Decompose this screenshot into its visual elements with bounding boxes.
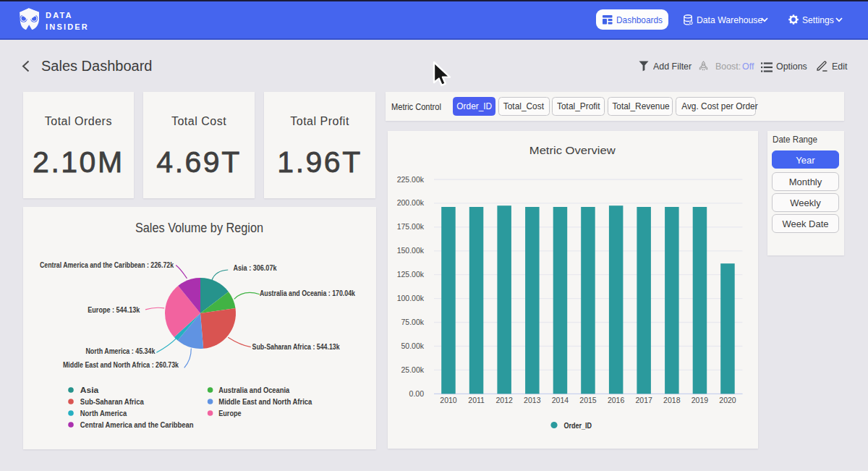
svg-text:North America: North America: [80, 409, 127, 417]
svg-text:2010: 2010: [440, 396, 457, 404]
svg-text:2018: 2018: [663, 396, 681, 404]
svg-text:2017: 2017: [636, 396, 653, 404]
svg-text:225.00k: 225.00k: [397, 175, 425, 184]
svg-text:25.00k: 25.00k: [401, 365, 424, 374]
svg-text:Middle East and North Africa: Middle East and North Africa: [218, 397, 312, 406]
svg-text:2014: 2014: [552, 396, 569, 404]
svg-text:2016: 2016: [608, 396, 625, 404]
svg-text:Middle East and North Africa :: Middle East and North Africa : 260.73k: [63, 360, 179, 369]
svg-text:50.00k: 50.00k: [401, 341, 424, 350]
svg-text:Metric Overview: Metric Overview: [529, 144, 616, 156]
svg-text:Asia: Asia: [80, 386, 98, 394]
svg-text:Sub-Saharan Africa: Sub-Saharan Africa: [80, 397, 144, 406]
svg-text:200.00k: 200.00k: [397, 198, 425, 207]
svg-text:North America : 45.34k: North America : 45.34k: [85, 347, 156, 355]
svg-text:0.00: 0.00: [409, 389, 425, 398]
svg-text:125.00k: 125.00k: [397, 270, 425, 279]
svg-text:150.00k: 150.00k: [397, 246, 425, 255]
svg-text:100.00k: 100.00k: [397, 294, 425, 302]
svg-text:Australia and Oceania: Australia and Oceania: [218, 386, 290, 394]
svg-text:2020: 2020: [719, 396, 736, 404]
svg-text:2015: 2015: [579, 396, 597, 404]
svg-text:Central America and the Caribb: Central America and the Caribbean : 226.…: [40, 260, 174, 269]
svg-text:Asia : 306.07k: Asia : 306.07k: [233, 263, 277, 272]
svg-text:2019: 2019: [692, 396, 709, 404]
svg-text:175.00k: 175.00k: [397, 222, 425, 231]
svg-text:Sub-Saharan Africa : 544.13k: Sub-Saharan Africa : 544.13k: [252, 342, 340, 351]
svg-text:2011: 2011: [468, 396, 485, 404]
svg-text:Order_ID: Order_ID: [564, 421, 592, 430]
svg-text:2012: 2012: [496, 396, 514, 404]
svg-text:Australia and Oceania : 170.04: Australia and Oceania : 170.04k: [260, 289, 356, 297]
svg-text:2013: 2013: [524, 396, 541, 404]
svg-text:Sales Volume by Region: Sales Volume by Region: [135, 221, 263, 235]
svg-text:75.00k: 75.00k: [401, 318, 424, 326]
svg-text:Central America and the Caribb: Central America and the Caribbean: [80, 420, 193, 429]
svg-text:Europe : 544.13k: Europe : 544.13k: [88, 305, 140, 314]
svg-text:Europe: Europe: [218, 409, 241, 417]
